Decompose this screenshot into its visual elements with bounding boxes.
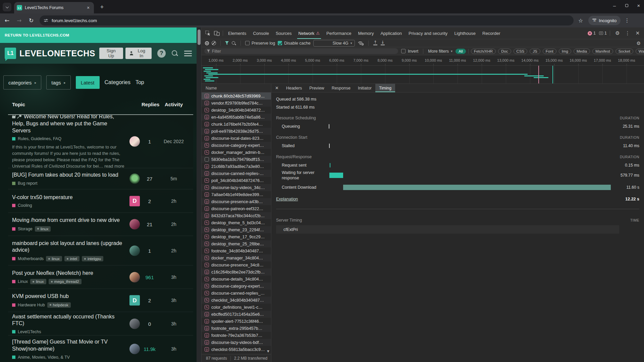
filter-chip-wasm[interactable]: Wasm <box>636 49 644 54</box>
devtools-tab-recorder[interactable]: Recorder <box>479 27 503 39</box>
reload-button[interactable]: ↻ <box>26 15 36 25</box>
request-row[interactable]: {}poll-ee978b42838e26d75… <box>202 128 271 135</box>
detail-tab-initiator[interactable]: Initiator <box>354 84 375 92</box>
category-name[interactable]: Cooling <box>18 203 32 208</box>
topic-title[interactable]: Welcome New Users! Read for Rules, Help,… <box>12 115 125 134</box>
topic-tag[interactable]: mega_thread2 <box>49 279 82 284</box>
topic-tag[interactable]: helpdesk <box>47 302 71 308</box>
request-row[interactable]: ✎docker_manager_admin-b… <box>202 149 271 156</box>
filter-chip-css[interactable]: CSS <box>514 49 528 54</box>
name-column-header[interactable]: Name <box>202 84 271 93</box>
network-settings-icon[interactable]: ⚙ <box>636 41 641 46</box>
request-row[interactable]: ✎discourse-category-expert… <box>202 142 271 149</box>
record-network-log-icon[interactable] <box>205 41 209 45</box>
window-close-button[interactable]: × <box>635 1 642 9</box>
request-row[interactable]: {}discourse-lazy-videos-bdf… <box>202 339 271 346</box>
request-row[interactable]: {}7a8ae04b1ef49e8dee399… <box>202 191 271 198</box>
topic-tag[interactable]: linux <box>30 279 46 284</box>
request-row[interactable]: {}discourse-presence-a43b… <box>202 198 271 205</box>
throttling-select[interactable]: Slow 4G ▾ <box>313 40 355 47</box>
nav-categories[interactable]: Categories <box>105 79 130 85</box>
return-banner[interactable]: RETURN TO LEVEL1TECHS.COM <box>0 27 197 43</box>
device-toolbar-icon[interactable] <box>212 29 221 38</box>
topic-row[interactable]: V-color trx50 temperatureCoolingD22h <box>8 189 193 213</box>
request-row[interactable]: {}footnote-79e2a367b53b7… <box>202 332 271 339</box>
filter-chip-manifest[interactable]: Manifest <box>592 49 613 54</box>
avatar[interactable] <box>129 318 140 329</box>
hamburger-menu-icon[interactable] <box>184 51 192 56</box>
request-row[interactable]: {}vendor.ff29780b9fed784c… <box>202 100 271 107</box>
more-filters-button[interactable]: More filters ▾ <box>428 49 452 54</box>
network-conditions-icon[interactable] <box>358 41 364 46</box>
filter-chip-img[interactable]: Img <box>559 49 571 54</box>
avatar[interactable] <box>129 344 140 354</box>
request-row[interactable]: {}21c68b7a93ad8ec7a3e80… <box>202 163 271 170</box>
request-row[interactable]: ✎discourse-presence_34c8… <box>202 261 271 268</box>
devtools-settings-icon[interactable]: ⚙ <box>613 29 622 38</box>
request-row[interactable]: 5830eba1b3c79479bdff15… <box>202 156 271 163</box>
topic-row[interactable]: Welcome New Users! Read for Rules, Help,… <box>8 115 193 168</box>
filter-chip-js[interactable]: JS <box>530 49 540 54</box>
browser-menu-icon[interactable]: ⋮ <box>625 17 630 23</box>
devtools-menu-icon[interactable]: ⋮ <box>623 29 632 38</box>
avatar[interactable] <box>129 245 140 256</box>
request-row[interactable]: {}8432d37aca76bc344ccf2b… <box>202 212 271 219</box>
tab-close-icon[interactable]: × <box>85 5 91 11</box>
topic-title[interactable]: [BUG] Forum takes about 20 minutes to lo… <box>12 172 125 179</box>
avatar[interactable] <box>129 136 140 147</box>
nav-latest[interactable]: Latest <box>76 76 100 89</box>
login-button[interactable]: Log In <box>125 48 152 59</box>
topic-row[interactable]: Avast settlement actually occurred (Than… <box>8 312 193 336</box>
request-row[interactable]: {}c16c264bc8be2ee73dc2fb… <box>202 268 271 276</box>
topic-title[interactable]: KVM powered USB hub <box>12 293 125 300</box>
devtools-tab-performance[interactable]: Performance <box>323 27 355 39</box>
forum-search-icon[interactable] <box>171 50 178 57</box>
issues-badge[interactable]: 1 <box>599 31 607 36</box>
request-row[interactable]: {}en-4a945f65ab6b74e5a86… <box>202 114 271 121</box>
request-row[interactable]: ✎discourse-details_34c804… <box>202 276 271 283</box>
new-tab-button[interactable]: + <box>98 3 106 11</box>
avatar[interactable] <box>129 174 140 184</box>
forward-button[interactable]: → <box>14 15 24 25</box>
page-scrollbar[interactable] <box>197 27 201 362</box>
request-row[interactable]: ✎desktop_theme_17_9cc29… <box>202 233 271 240</box>
request-row[interactable]: ✎desktop_theme_25_2f8be… <box>202 240 271 247</box>
filter-toggle-icon[interactable] <box>225 41 229 45</box>
back-button[interactable]: ← <box>2 15 12 25</box>
category-name[interactable]: Hardware Hub <box>18 303 45 307</box>
categories-dropdown[interactable]: categories▸ <box>3 75 41 89</box>
devtools-tab-application[interactable]: Application <box>377 27 405 39</box>
bookmark-star-icon[interactable]: ☆ <box>578 17 583 24</box>
devtools-tab-lighthouse[interactable]: Lighthouse <box>451 27 479 39</box>
preserve-log-checkbox[interactable] <box>245 41 250 45</box>
request-row[interactable]: {}chunk.60cb248c57d93969… <box>202 93 271 100</box>
topic-tag[interactable]: intelgpu <box>82 256 103 261</box>
detail-tab-timing[interactable]: Timing <box>375 84 395 92</box>
request-row[interactable]: ✎desktop_theme_5_bd3c04… <box>202 219 271 226</box>
request-row[interactable]: {}spoiler-alert-77512c36f46… <box>202 318 271 325</box>
request-row[interactable]: ✎color_definitions_level1-c… <box>202 304 271 311</box>
category-name[interactable]: Anime, Movies, Video, & TV <box>18 355 70 359</box>
detail-tab-response[interactable]: Response <box>328 84 354 92</box>
topic-row[interactable]: KVM powered USB hubHardware HubhelpdeskD… <box>8 289 193 312</box>
clear-network-log-icon[interactable] <box>212 41 216 45</box>
avatar[interactable] <box>129 272 140 282</box>
devtools-tab-console[interactable]: Console <box>250 27 272 39</box>
request-row[interactable]: ✎discourse-lazy-videos_34c… <box>202 184 271 191</box>
filter-chip-doc[interactable]: Doc <box>498 49 511 54</box>
tags-dropdown[interactable]: tags▸ <box>46 75 70 89</box>
topic-title[interactable]: mainboard pcie slot layout and lanes (up… <box>12 240 125 254</box>
category-name[interactable]: Storage <box>18 227 33 231</box>
filter-chip-all[interactable]: All <box>455 49 466 54</box>
request-row[interactable]: ✎checklist_34c804b340487… <box>202 297 271 304</box>
devtools-tab-sources[interactable]: Sources <box>272 27 295 39</box>
category-name[interactable]: Bug report <box>18 181 37 186</box>
invert-checkbox[interactable] <box>401 49 406 53</box>
network-overview-strip[interactable] <box>202 66 644 84</box>
error-count-badge[interactable]: × 1 <box>588 31 596 36</box>
topic-row[interactable]: [Thread Game] Guess That Movie or TV Sho… <box>8 336 193 362</box>
request-row[interactable]: {}chunk.1d76bef47b2b5fe4… <box>202 121 271 128</box>
request-row[interactable]: {}checklist-55813a5bacc3c9… <box>202 346 271 353</box>
filter-chip-media[interactable]: Media <box>574 49 590 54</box>
category-name[interactable]: Rules, Guidelines, FAQ <box>18 137 61 141</box>
